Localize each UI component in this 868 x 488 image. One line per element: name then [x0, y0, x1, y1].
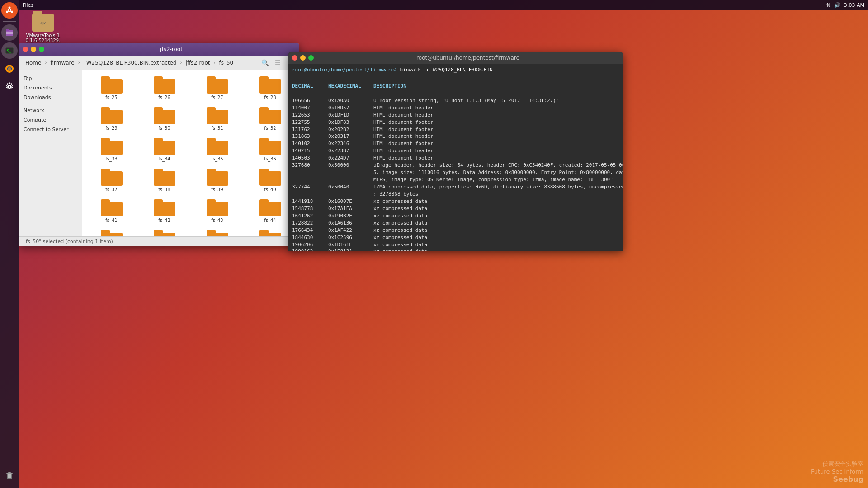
breadcrumb-extracted[interactable]: _W25Q128_BL F300.BIN.extracted — [81, 59, 179, 67]
folder-item-fs_26[interactable]: fs_26 — [139, 74, 190, 103]
folder-body — [207, 202, 228, 216]
folder-item-fs_37[interactable]: fs_37 — [86, 166, 137, 195]
folder-body — [154, 233, 175, 236]
folder-icon — [259, 199, 281, 216]
folder-label: fs_44 — [264, 218, 276, 223]
svg-point-1 — [9, 7, 11, 9]
sidebar-item-computer[interactable]: Computer — [19, 115, 82, 125]
folder-icon — [207, 107, 228, 124]
breadcrumb-sep-1: › — [45, 60, 47, 65]
search-button[interactable]: 🔍 — [259, 57, 270, 68]
folder-label: fs_32 — [264, 126, 276, 131]
folder-item-fs_33[interactable]: fs_33 — [86, 135, 137, 164]
file-manager-title: jfs2-root — [47, 46, 296, 52]
terminal-title: root@ubuntu:/home/pentest/firmware — [316, 55, 619, 61]
terminal-maximize-btn[interactable] — [308, 55, 314, 61]
folder-body — [259, 171, 281, 186]
taskbar-icon-firefox[interactable] — [1, 61, 18, 77]
folder-item-fs_30[interactable]: fs_30 — [139, 104, 190, 133]
folder-label: fs_26 — [158, 95, 170, 100]
folder-icon — [154, 138, 175, 155]
network-icon: ⇅ — [826, 2, 830, 8]
sidebar-item-downloads[interactable]: Downloads — [19, 93, 82, 102]
terminal-row-6: 1401020x22346HTML document footer — [292, 140, 619, 147]
folder-icon — [259, 230, 281, 236]
terminal-row-10: 5, image size: 1110016 bytes, Data Addre… — [292, 169, 619, 176]
folder-body — [207, 233, 228, 236]
terminal-row-0: 1066560x1A0A0U-Boot version string, "U-B… — [292, 97, 619, 104]
svg-point-2 — [11, 11, 13, 13]
list-view-button[interactable]: ☰ — [272, 57, 283, 68]
taskbar-icon-trash[interactable] — [1, 467, 18, 483]
folder-body — [101, 171, 123, 186]
folder-label: fs_39 — [211, 187, 223, 192]
terminal-window: root@ubuntu:/home/pentest/firmware root@… — [288, 52, 623, 251]
breadcrumb-jffs2[interactable]: jffs2-root — [183, 59, 213, 67]
folder-label: fs_33 — [105, 156, 117, 161]
svg-rect-18 — [6, 473, 13, 474]
folder-label: fs_25 — [105, 95, 117, 100]
terminal-row-5: 1318630x20317HTML document header — [292, 133, 619, 140]
folder-item-fs_31[interactable]: fs_31 — [192, 104, 243, 133]
folder-item-fs_35[interactable]: fs_35 — [192, 135, 243, 164]
terminal-row-3: 1227550x1DF83HTML document footer — [292, 119, 619, 126]
folder-item-fs_41[interactable]: fs_41 — [86, 197, 137, 225]
folder-item-fs_27[interactable]: fs_27 — [192, 74, 243, 103]
folder-icon — [154, 107, 175, 124]
breadcrumb-home[interactable]: Home — [23, 59, 44, 67]
taskbar-icon-terminal[interactable]: $_ — [1, 42, 18, 59]
sidebar-item-network[interactable]: Network — [19, 106, 82, 115]
window-maximize-btn[interactable] — [39, 47, 44, 52]
breadcrumb-fs50[interactable]: fs_50 — [217, 59, 236, 67]
topbar-left: Files — [23, 2, 33, 8]
breadcrumb-firmware[interactable]: firmware — [47, 59, 77, 67]
folder-body — [154, 110, 175, 124]
window-close-btn[interactable] — [23, 47, 28, 52]
folder-body — [259, 233, 281, 236]
folder-body — [154, 79, 175, 94]
folder-body — [207, 110, 228, 124]
folder-item-fs_46[interactable]: fs_46 — [139, 227, 190, 236]
folder-item-fs_38[interactable]: fs_38 — [139, 166, 190, 195]
folder-item-fs_39[interactable]: fs_39 — [192, 166, 243, 195]
terminal-row-4: 1317620x202B2HTML document footer — [292, 126, 619, 133]
svg-point-16 — [8, 85, 11, 88]
terminal-row-1: 1140070x1BD57HTML document header — [292, 104, 619, 112]
window-minimize-btn[interactable] — [31, 47, 36, 52]
terminal-row-2: 1226530x1DF1DHTML document header — [292, 112, 619, 119]
folder-label: fs_30 — [158, 126, 170, 131]
folder-icon — [154, 169, 175, 186]
terminal-close-btn[interactable] — [292, 55, 297, 61]
taskbar-left: $_ — [0, 0, 19, 488]
folder-icon — [259, 76, 281, 94]
terminal-row-15: 15487780x17A1EAxz compressed data — [292, 205, 619, 212]
sidebar-item-connect[interactable]: Connect to Server — [19, 125, 82, 134]
terminal-body[interactable]: root@ubuntu:/home/pentest/firmware# binw… — [288, 64, 623, 251]
watermark-brand: Seebug — [811, 475, 863, 483]
folder-label: fs_40 — [264, 187, 276, 192]
breadcrumb-sep-3: › — [180, 60, 182, 65]
terminal-titlebar: root@ubuntu:/home/pentest/firmware — [288, 52, 623, 64]
taskbar-icon-settings[interactable] — [1, 79, 18, 95]
folder-item-fs_45[interactable]: fs_45 — [86, 227, 137, 236]
folder-item-fs_25[interactable]: fs_25 — [86, 74, 137, 103]
folder-item-fs_29[interactable]: fs_29 — [86, 104, 137, 133]
folder-item-fs_47[interactable]: fs_47 — [192, 227, 243, 236]
desktop: $_ — [0, 0, 868, 488]
taskbar-icon-files[interactable] — [1, 24, 18, 41]
terminal-minimize-btn[interactable] — [300, 55, 306, 61]
folder-label: fs_38 — [158, 187, 170, 192]
sidebar-item-documents[interactable]: Documents — [19, 83, 82, 93]
folder-icon — [207, 230, 228, 236]
folder-body — [101, 233, 123, 236]
folder-icon — [101, 138, 123, 155]
watermark-line2: Future-Sec Inform — [811, 468, 863, 475]
ubuntu-logo-icon[interactable] — [1, 2, 18, 19]
folder-item-fs_43[interactable]: fs_43 — [192, 197, 243, 225]
folder-body — [154, 202, 175, 216]
folder-label: fs_35 — [211, 156, 223, 161]
sidebar-item-top[interactable]: Top — [19, 74, 82, 83]
svg-rect-10 — [6, 32, 13, 33]
folder-item-fs_34[interactable]: fs_34 — [139, 135, 190, 164]
folder-item-fs_42[interactable]: fs_42 — [139, 197, 190, 225]
